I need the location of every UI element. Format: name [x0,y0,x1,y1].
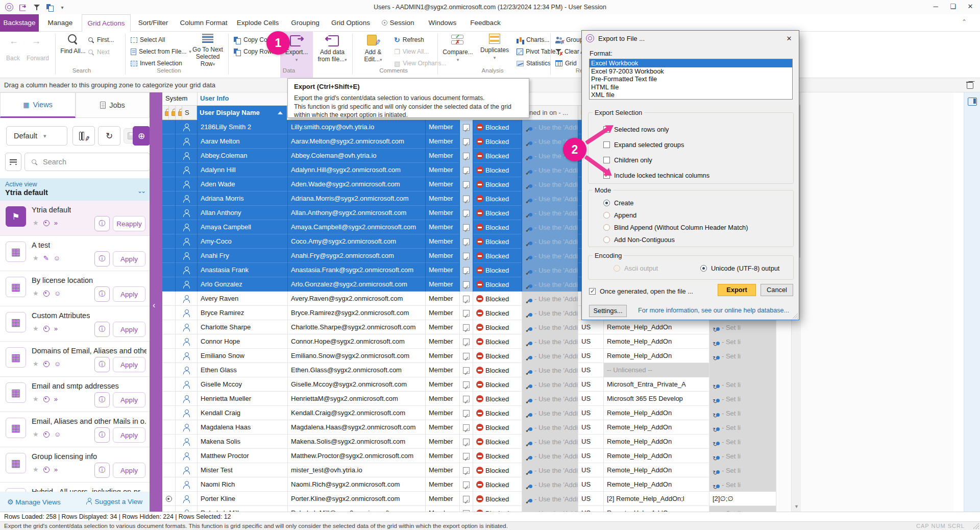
cell-additional-info[interactable]: - Use the 'Additio [522,206,578,220]
cell-signin-status[interactable]: Blocked [473,292,522,306]
cell-set-license[interactable]: - Set li [709,406,776,420]
cell-user-type[interactable]: Member [426,177,460,191]
row-gutter[interactable] [162,249,176,263]
cell-user-type[interactable]: Member [426,134,460,149]
cell-checkbox[interactable] [460,477,473,492]
cell-checkbox[interactable] [460,363,473,377]
cell-checkbox[interactable] [460,306,473,320]
refresh-button[interactable]: ↻Refresh [394,35,424,45]
apply-button[interactable]: Apply [113,427,145,443]
cell-user-type[interactable]: Member [426,349,460,363]
cell-display-name[interactable]: Magdalena Haas [198,420,288,435]
cell-checkbox[interactable] [460,349,473,363]
cell-license[interactable]: -- Unlicensed -- [604,363,709,377]
cell-display-name[interactable]: Aarav Melton [198,134,288,149]
cell-additional-info[interactable]: - Use the 'Additio [522,120,578,134]
table-row[interactable]: Rebekah MillRebekah.Mill@sygx2.onmicroso… [162,506,776,512]
row-gutter[interactable] [162,277,176,292]
format-option-0[interactable]: Excel Workbook [590,59,792,67]
sidebar-collapse-strip[interactable]: ‹ [150,92,162,512]
cell-set-license[interactable]: - Set li [709,320,776,334]
tab-sort-filter[interactable]: Sort/Filter [131,14,176,32]
cell-checkbox[interactable] [460,263,473,277]
cell-usage-location[interactable]: US [578,492,604,506]
cell-set-license[interactable]: - Set li [709,377,776,392]
cell-display-name[interactable]: Makena Solis [198,435,288,449]
cell-signin-status[interactable]: Blocked [473,177,522,191]
row-gutter[interactable] [162,492,176,506]
cell-display-name[interactable]: Arlo Gonzalez [198,277,288,292]
cell-user-type[interactable]: Member [426,377,460,392]
row-gutter[interactable] [162,477,176,492]
cell-display-name[interactable]: Henrietta Mueller [198,392,288,406]
clear-all-button[interactable]: ✗Clear A [555,46,584,57]
cell-display-name[interactable]: Kendall Craig [198,406,288,420]
row-gutter[interactable] [162,349,176,363]
cell-signin-status[interactable]: Blocked [473,392,522,406]
cell-license[interactable]: Remote_Help_AddOn [604,449,709,463]
cell-set-license[interactable]: - Set li [709,392,776,406]
radio-blind-append-without-colu[interactable]: Blind Append (Without Column Header Matc… [603,224,748,231]
cell-checkbox[interactable] [460,492,473,506]
cell-signin-status[interactable]: Blocked [473,320,522,334]
radio-add-non-contiguous[interactable]: Add Non-Contiguous [603,236,675,244]
cell-user-type[interactable]: Member [426,420,460,435]
table-row[interactable]: Kendall CraigKendall.Craig@sygx2.onmicro… [162,406,776,420]
table-row[interactable]: Ethen GlassEthen.Glass@sygx2.onmicrosoft… [162,363,776,377]
next-button[interactable]: Next [88,47,110,57]
table-row[interactable]: Porter KlinePorter.Kline@sygx2.onmicroso… [162,492,776,506]
cell-set-license[interactable]: - Set li [709,449,776,463]
cell-checkbox[interactable] [460,506,473,512]
cell-display-name[interactable]: Amy-Coco [198,234,288,249]
cell-set-license[interactable] [709,363,776,377]
table-row[interactable]: Henrietta MuellerHenriettaM@sygx2.onmicr… [162,392,776,406]
cell-email[interactable]: Anahi.Fry@sygx2.onmicrosoft.com [288,249,426,263]
row-gutter[interactable] [162,263,176,277]
cell-license[interactable]: Remote_Help_AddOn [604,463,709,477]
cell-signin-status[interactable]: Blocked [473,306,522,320]
cell-set-license[interactable]: - Set li [709,334,776,349]
cell-display-name[interactable]: Emiliano Snow [198,349,288,363]
cell-set-license[interactable]: - Set li [709,349,776,363]
radio-append[interactable]: Append [603,211,636,219]
row-gutter[interactable] [162,334,176,349]
cell-email[interactable]: Adriana.Morris@sygx2.onmicrosoft.com [288,191,426,206]
apply-button[interactable]: Apply [113,286,145,302]
cell-set-license[interactable]: [2]∅;∅ [709,492,776,506]
invert-selection-button[interactable]: Invert Selection [131,58,182,68]
cell-user-type[interactable]: Member [426,234,460,249]
tab-column-format[interactable]: Column Format [176,14,232,32]
cell-display-name[interactable]: Allan Anthony [198,206,288,220]
cell-signin-status[interactable]: Blocked [473,449,522,463]
tab-grouping[interactable]: Grouping [284,14,327,32]
cell-additional-info[interactable]: - Use the 'Additio [522,349,578,363]
dialog-settings-button[interactable]: Settings... [589,305,627,317]
cell-additional-info[interactable]: - Use the 'Additio [522,420,578,435]
active-view-banner[interactable]: Active view Ytria default ⌄⌄ [0,178,150,201]
cell-user-type[interactable]: Member [426,463,460,477]
cell-usage-location[interactable]: US [578,320,604,334]
cell-license[interactable]: Remote_Help_AddOn [604,420,709,435]
cell-license[interactable]: Remote_Help_AddOn [604,334,709,349]
row-gutter[interactable] [162,320,176,334]
tab-grid-actions[interactable]: Grid Actions [82,14,131,32]
duplicates-button[interactable]: Duplicates▾ [477,33,512,66]
cell-signin-status[interactable]: Blocked [473,220,522,234]
cell-checkbox[interactable] [460,406,473,420]
cell-license[interactable]: Remote_Help_AddOn [604,349,709,363]
cell-display-name[interactable]: Abbey.Coleman [198,149,288,163]
cell-user-type[interactable]: Member [426,306,460,320]
cell-usage-location[interactable]: US [578,449,604,463]
cell-email[interactable]: Adalynn.Hill@sygx2.onmicrosoft.com [288,163,426,177]
cell-signin-status[interactable]: Blocked [473,249,522,263]
back-button[interactable]: ← [9,36,18,46]
view-filter-button[interactable] [5,153,21,171]
edit-columns-button[interactable] [72,126,95,146]
cell-license[interactable]: Remote_Help_AddOn [604,435,709,449]
cell-license[interactable]: [2] Remote_Help_AddOn;l [604,492,709,506]
dialog-title-bar[interactable]: Export to File ... [582,31,799,46]
cell-user-type[interactable]: Member [426,120,460,134]
charts-button[interactable]: Charts... [517,35,549,45]
cell-email[interactable]: Porter.Kline@sygx2.onmicrosoft.com [288,492,426,506]
cell-signin-status[interactable]: Blocked [473,191,522,206]
